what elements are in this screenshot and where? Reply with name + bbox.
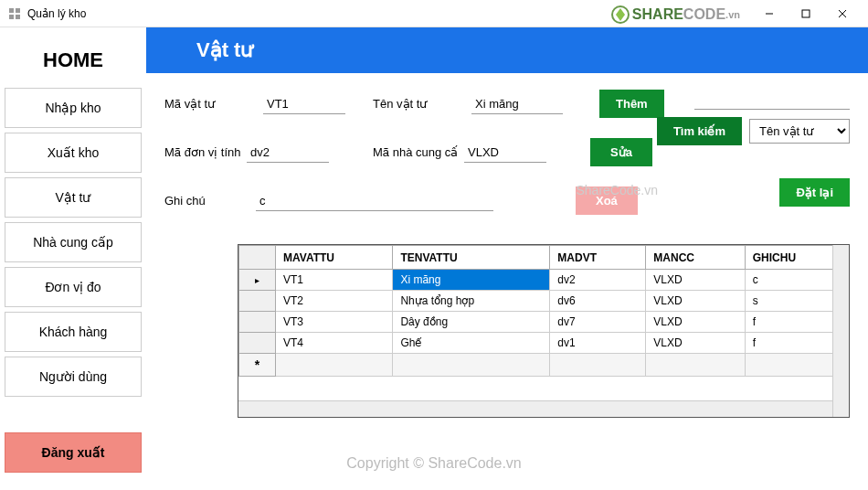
- svg-rect-1: [16, 8, 20, 13]
- ma-ncc-input[interactable]: [464, 143, 546, 163]
- grid-cell[interactable]: Dây đồng: [393, 312, 550, 333]
- grid-cell[interactable]: VT3: [276, 312, 393, 333]
- sidebar: HOME Nhập kho Xuất kho Vật tư Nhà cung c…: [0, 27, 146, 490]
- grid-cell[interactable]: VT2: [276, 291, 393, 312]
- grid-cell[interactable]: [550, 354, 646, 377]
- close-button[interactable]: [824, 1, 861, 27]
- nav-vat-tu[interactable]: Vật tư: [5, 177, 142, 218]
- dat-lai-button[interactable]: Đặt lại: [779, 178, 850, 207]
- them-button[interactable]: Thêm: [599, 90, 664, 118]
- app-icon: [7, 6, 22, 21]
- grid-cell[interactable]: VLXD: [646, 291, 745, 312]
- search-input[interactable]: [694, 90, 850, 110]
- nav-khach-hang[interactable]: Khách hàng: [5, 312, 142, 352]
- ma-vat-tu-label: Mã vật tư: [164, 97, 247, 111]
- grid-cell[interactable]: [393, 354, 550, 377]
- nav-nhap-kho[interactable]: Nhập kho: [5, 88, 142, 128]
- grid-header-tenvattu[interactable]: TENVATTU: [393, 246, 550, 270]
- table-row[interactable]: VT3Dây đồngdv7VLXDf: [239, 312, 849, 333]
- sua-button[interactable]: Sửa: [590, 138, 652, 166]
- row-header-cell[interactable]: [239, 270, 276, 291]
- grid-cell[interactable]: dv6: [550, 291, 646, 312]
- minimize-button[interactable]: [751, 1, 788, 27]
- new-row[interactable]: [239, 354, 849, 377]
- grid-cell[interactable]: VLXD: [646, 312, 745, 333]
- watermark-logo: SHARECODE.vn: [610, 5, 740, 25]
- grid-cell[interactable]: dv2: [550, 270, 646, 291]
- nav-xuat-kho[interactable]: Xuất kho: [5, 133, 142, 173]
- svg-rect-0: [9, 8, 14, 13]
- ma-ncc-label: Mã nhà cung cấ: [373, 145, 464, 159]
- data-grid[interactable]: MAVATTU TENVATTU MADVT MANCC GHICHU VT1X…: [238, 244, 850, 418]
- ghi-chu-input[interactable]: [256, 191, 493, 211]
- tim-kiem-button[interactable]: Tìm kiếm: [657, 117, 742, 145]
- grid-cell[interactable]: VT4: [276, 333, 393, 354]
- grid-cell[interactable]: Nhựa tổng hợp: [393, 291, 550, 312]
- xoa-button[interactable]: Xoá: [576, 186, 638, 215]
- grid-cell[interactable]: Ghế: [393, 333, 550, 354]
- ten-vat-tu-input[interactable]: [471, 94, 563, 114]
- grid-cell[interactable]: [276, 354, 393, 377]
- grid-cell[interactable]: VLXD: [646, 270, 745, 291]
- row-header-cell[interactable]: [239, 333, 276, 354]
- ma-don-vi-input[interactable]: [247, 143, 329, 163]
- table-row[interactable]: VT1Xi măngdv2VLXDc: [239, 270, 849, 291]
- logout-button[interactable]: Đăng xuất: [5, 432, 142, 473]
- grid-cell[interactable]: VT1: [276, 270, 393, 291]
- nav-nha-cung-cap[interactable]: Nhà cung cấp: [5, 222, 142, 262]
- grid-cell[interactable]: Xi măng: [393, 270, 550, 291]
- grid-cell[interactable]: VLXD: [646, 333, 745, 354]
- ghi-chu-label: Ghi chú: [164, 194, 247, 208]
- ten-vat-tu-label: Tên vật tư: [373, 97, 455, 111]
- grid-header-madvt[interactable]: MADVT: [550, 246, 646, 270]
- maximize-button[interactable]: [788, 1, 824, 27]
- ma-vat-tu-input[interactable]: [263, 94, 345, 114]
- grid-header-mancc[interactable]: MANCC: [646, 246, 745, 270]
- grid-header-mavattu[interactable]: MAVATTU: [276, 246, 393, 270]
- search-select[interactable]: Tên vật tư: [749, 119, 850, 144]
- grid-v-scrollbar[interactable]: [832, 245, 849, 417]
- table-row[interactable]: VT4Ghếdv1VLXDf: [239, 333, 849, 354]
- grid-cell[interactable]: dv7: [550, 312, 646, 333]
- home-title: HOME: [5, 32, 142, 83]
- svg-rect-3: [16, 15, 20, 19]
- svg-rect-2: [9, 15, 14, 19]
- grid-corner[interactable]: [239, 246, 276, 270]
- row-header-cell[interactable]: [239, 291, 276, 312]
- page-title: Vật tư: [146, 27, 868, 73]
- nav-nguoi-dung[interactable]: Người dùng: [5, 357, 142, 397]
- content-area: Vật tư Mã vật tư Tên vật tư Thêm Mã đơn …: [146, 27, 868, 490]
- table-row[interactable]: VT2Nhựa tổng hợpdv6VLXDs: [239, 291, 849, 312]
- grid-h-scrollbar[interactable]: [238, 400, 849, 417]
- grid-cell[interactable]: [646, 354, 745, 377]
- grid-cell[interactable]: dv1: [550, 333, 646, 354]
- nav-don-vi-do[interactable]: Đơn vị đo: [5, 267, 142, 307]
- svg-rect-5: [802, 10, 810, 17]
- ma-don-vi-label: Mã đơn vị tính: [164, 145, 247, 159]
- row-header-cell[interactable]: [239, 354, 276, 377]
- row-header-cell[interactable]: [239, 312, 276, 333]
